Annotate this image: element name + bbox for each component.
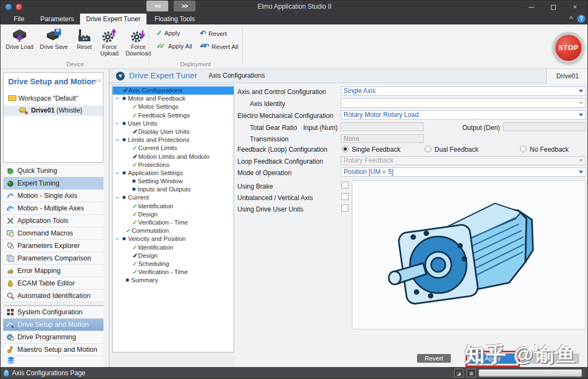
ribbon: Drive Load Drive Save Reset	[1, 24, 588, 69]
tool-parameters-explorer[interactable]: Parameters Explorer	[3, 240, 103, 252]
axis-identity-dropdown[interactable]	[341, 98, 586, 108]
collapse-icon[interactable]: −	[115, 235, 119, 243]
layers-row[interactable]	[3, 356, 103, 367]
tool-ecam-table-editor[interactable]: ECAM Table Editor	[3, 277, 103, 290]
tree-item[interactable]: ✓Scheduling	[113, 260, 234, 268]
tree-item[interactable]: ✓Design	[113, 252, 234, 260]
minimize-button[interactable]	[522, 1, 541, 14]
mode-of-operation-dropdown[interactable]: Position [UM = 5]	[341, 167, 586, 177]
tab-floating-tools[interactable]: Floating Tools	[146, 14, 203, 24]
page-header: ▼ Drive Expert Tuner Axis Configurations…	[109, 69, 588, 83]
tree-item[interactable]: −Limits and Protections	[113, 136, 234, 144]
dual-feedback-label: Dual Feedback	[434, 146, 479, 153]
tree-item[interactable]: ✓Verification - Time	[113, 219, 234, 227]
unbalanced-checkbox[interactable]	[341, 193, 348, 200]
drive-user-units-checkbox[interactable]	[341, 204, 348, 212]
footer-revert-button[interactable]: Revert	[417, 354, 451, 363]
tree-item[interactable]: −Motor and Feedback	[113, 95, 234, 103]
ribbon-group-deployment: ✓Apply ↶Revert ✓✓Apply All ↶↶Revert All …	[152, 26, 239, 68]
tree-item[interactable]: −Current	[113, 194, 234, 202]
ribbon-collapse-icon[interactable]: ^	[567, 15, 575, 22]
tree-item[interactable]: Inputs and Outputs	[113, 185, 234, 194]
tab-axis-configurations[interactable]: Axis Configurations	[209, 72, 265, 79]
tree-item[interactable]: −Application Settings	[113, 169, 234, 177]
tree-item[interactable]: ✓Commutation	[113, 227, 234, 235]
drive-status-dot	[25, 111, 28, 114]
collapse-icon[interactable]: −	[115, 194, 119, 202]
tree-item[interactable]: ✓Identification	[113, 202, 234, 210]
tree-item[interactable]: ✓Verification - Time	[113, 268, 234, 276]
drive-setup-icon	[7, 321, 14, 328]
tool-expert-tuning[interactable]: Expert Tuning	[3, 177, 103, 190]
collapse-icon[interactable]: −	[115, 95, 119, 103]
feedback-loop-label: Feedback (Loop) Configuration	[237, 146, 327, 153]
workspace-tree: Drive Setup and Motion << Workspace "Def…	[3, 72, 103, 163]
force-download-button[interactable]: Force Download	[122, 27, 154, 60]
reset-button[interactable]: Reset	[72, 27, 96, 60]
revert-button[interactable]: ↶Revert	[200, 28, 227, 39]
stop-button[interactable]: STOP	[553, 32, 584, 64]
drive-node[interactable]: Drive01 (Whistle)	[4, 105, 103, 116]
tree-item[interactable]: ✓Protections	[113, 161, 234, 169]
device-group-label: Device	[4, 61, 146, 67]
nav-system-configuration[interactable]: System Configuration	[3, 306, 103, 319]
tab-parameters[interactable]: Parameters	[34, 14, 80, 24]
tree-item[interactable]: Settling Window	[113, 177, 234, 185]
tool-motion-single-axis[interactable]: Motion - Single Axis	[3, 190, 103, 202]
apply-button[interactable]: ✓Apply	[156, 28, 180, 39]
tree-item[interactable]: ✓Motor Settings	[113, 103, 234, 111]
tree-item[interactable]: ✓Design	[113, 210, 234, 219]
drive-load-button[interactable]: Drive Load	[4, 27, 35, 60]
close-button[interactable]: ×	[566, 1, 584, 14]
collapse-icon[interactable]: −	[115, 169, 119, 177]
tool-error-mapping[interactable]: Error Mapping	[3, 265, 103, 277]
tree-item[interactable]: ✓Current Limits	[113, 144, 234, 152]
tree-item[interactable]: ✓Identification	[113, 244, 234, 252]
nav-back-button[interactable]: <<	[146, 1, 168, 11]
tool-application-tools[interactable]: Application Tools	[3, 215, 103, 227]
drive-selector[interactable]: Drive01	[546, 69, 588, 83]
drive-save-button[interactable]: Drive Save	[38, 27, 70, 60]
single-feedback-radio[interactable]	[342, 146, 348, 152]
tree-item[interactable]: ✓Display User Units	[113, 128, 234, 136]
no-feedback-radio[interactable]	[520, 146, 526, 152]
tool-command-macros[interactable]: Command Macros	[3, 227, 103, 240]
tab-file[interactable]: File	[4, 14, 34, 24]
tree-item[interactable]: ✓Feedback Settings	[113, 111, 234, 120]
using-brake-checkbox[interactable]	[341, 182, 348, 189]
collapse-panel-icon[interactable]: <<	[95, 78, 101, 84]
axis-control-dropdown[interactable]: Single Axis	[341, 86, 586, 96]
dual-feedback-radio[interactable]	[425, 146, 431, 152]
tool-automated-identification[interactable]: Automated Identification	[3, 290, 103, 302]
chevron-down-icon	[579, 102, 583, 104]
tree-item[interactable]: ✓Axis Configurations	[113, 86, 234, 95]
tab-drive-expert-tuner[interactable]: Drive Expert Tuner	[80, 14, 146, 24]
workspace-node[interactable]: Workspace "Default"	[8, 95, 78, 102]
revert-all-button[interactable]: ↶↶Revert All	[200, 41, 238, 52]
status-pin-icon[interactable]: ◪	[454, 369, 463, 377]
nav-maestro-setup-and-motion[interactable]: Maestro Setup and Motion	[3, 344, 103, 356]
force-upload-button[interactable]: Force Upload	[97, 27, 121, 60]
tree-item[interactable]: Summary	[113, 276, 234, 284]
watermark: 知乎 @谕鱼	[464, 341, 577, 368]
tree-item[interactable]: ✓Motion Limits and Modulo	[113, 153, 234, 161]
collapse-icon[interactable]: −	[115, 120, 119, 128]
status-expand-icon[interactable]: ⊠	[467, 369, 476, 377]
nav-drive-programming[interactable]: Drive Programming	[3, 331, 103, 344]
apply-all-button[interactable]: ✓✓Apply All	[156, 41, 192, 52]
nav-drive-setup-and-motion[interactable]: Drive Setup and Motion	[3, 319, 103, 331]
nav-forward-button[interactable]: >>	[174, 1, 195, 11]
bullet-icon	[132, 179, 136, 183]
help-icon[interactable]: ?	[577, 15, 585, 23]
tree-item[interactable]: −Velocity and Position	[113, 235, 234, 243]
tool-quick-tuning[interactable]: Quick Tuning	[3, 165, 103, 177]
maestro-icon	[7, 346, 14, 353]
tree-item[interactable]: −User Units	[113, 120, 234, 128]
input-num-field	[341, 122, 424, 131]
electro-mechanical-dropdown[interactable]: Rotary Motor Rotary Load	[341, 110, 586, 120]
maximize-button[interactable]	[544, 1, 562, 14]
collapse-icon[interactable]: −	[115, 136, 119, 144]
tool-parameters-comparison[interactable]: Parameters Comparison	[3, 252, 103, 265]
tool-motion-multiple-axes[interactable]: Motion - Multiple Axes	[3, 202, 103, 215]
bullet-icon	[122, 196, 126, 199]
